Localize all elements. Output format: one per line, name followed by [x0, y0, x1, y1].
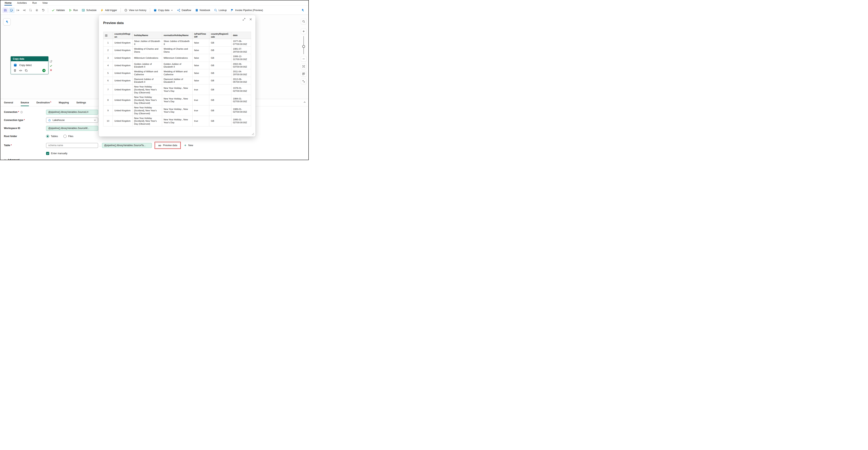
new-label: New [188, 144, 193, 147]
table-cell: true [193, 95, 209, 106]
workspace-id-expression-input[interactable]: @pipeline().libraryVariables.SourceW... [46, 126, 98, 131]
table-row: 7United KingdomNew Year Holiday [Scotlan… [103, 85, 251, 95]
activity-connector-column [50, 60, 52, 71]
tab-mapping[interactable]: Mapping [59, 99, 69, 106]
menu-run[interactable]: Run [30, 1, 39, 5]
tab-source[interactable]: Source [21, 99, 29, 106]
row-number: 4 [103, 62, 113, 69]
table-cell: false [193, 54, 209, 62]
table-cell: true [193, 85, 209, 95]
notebook-button[interactable]: Notebook [193, 7, 212, 13]
preview-data-button[interactable]: Preview data [155, 143, 180, 148]
table-cell: Wedding of William and Catherine [132, 69, 162, 77]
on-fail-handle[interactable] [50, 69, 52, 71]
table-cell: 1981-07-29T00:00:00Z [231, 47, 251, 54]
copilot-button[interactable] [300, 7, 306, 13]
multi-select-button[interactable] [28, 7, 33, 13]
canvas-copilot-button[interactable] [3, 18, 11, 25]
table-cell: New Year Holiday [Scotland], New Year's … [132, 116, 162, 126]
workspace-id-label: Workspace ID [4, 127, 46, 129]
save-icon [4, 9, 7, 12]
tab-general[interactable]: General [4, 99, 13, 106]
check-icon [50, 64, 52, 67]
table-cell: New Year Holiday , New Year's Day [162, 116, 193, 126]
view-run-history-label: View run history [129, 9, 146, 11]
invoke-pipeline-button[interactable]: Invoke Pipeline (Preview) [229, 7, 265, 13]
code-view-button[interactable]: </> [19, 69, 22, 72]
multi-select-icon [29, 9, 32, 12]
collapse-panel-button[interactable] [303, 101, 306, 103]
tab-settings[interactable]: Settings [76, 99, 86, 106]
connection-type-dropdown[interactable]: Lakehouse [46, 118, 98, 123]
save-as-button[interactable] [9, 7, 14, 13]
table-row: 5United KingdomWedding of William and Ca… [103, 69, 251, 77]
table-cell: true [193, 106, 209, 116]
root-folder-label: Root folder [4, 135, 46, 138]
auto-align-button[interactable] [301, 71, 306, 77]
radio-unselected-icon [63, 135, 67, 138]
advanced-expander[interactable]: Advanced [4, 158, 305, 160]
on-skip-handle[interactable] [50, 60, 52, 63]
add-trigger-button[interactable]: Add trigger [99, 7, 119, 13]
copy-data-label: Copy data [158, 9, 169, 11]
settings-button[interactable] [34, 7, 40, 13]
schedule-button[interactable]: Schedule [80, 7, 98, 13]
root-folder-radio-group: Tables Files [46, 135, 73, 138]
table-cell: United Kingdom [113, 47, 132, 54]
table-expression-input[interactable]: @pipeline().libraryVariables.SourceTa... [102, 143, 152, 148]
menu-home[interactable]: Home [2, 1, 14, 5]
copy-data-button[interactable]: Copy data [152, 7, 175, 13]
table-cell: New Year Holiday , New Year's Day [162, 95, 193, 106]
zoom-to-fit-button[interactable] [301, 64, 306, 69]
table-cell: New Year Holiday [Scotland], New Year's … [132, 85, 162, 95]
dialog-resize-handle[interactable] [251, 132, 254, 135]
enter-manually-option[interactable]: Enter manually [46, 152, 305, 155]
table-row: 2United KingdomWedding of Charles and Di… [103, 47, 251, 54]
next-activity-handle[interactable] [42, 69, 46, 72]
zoom-out-button[interactable] [301, 56, 306, 62]
close-dialog-button[interactable] [249, 18, 252, 21]
canvas-search-button[interactable] [301, 19, 306, 24]
dataflow-icon [177, 9, 180, 12]
connection-expression-input[interactable]: @pipeline().libraryVariables.SourceLH [46, 110, 98, 115]
tab-destination[interactable]: Destination1 [36, 99, 51, 106]
radio-tables[interactable]: Tables [46, 135, 58, 138]
zoom-in-button[interactable] [301, 29, 306, 34]
radio-files[interactable]: Files [63, 135, 73, 138]
table-cell: Millennium Celebrations [132, 54, 162, 62]
table-cell: United Kingdom [113, 54, 132, 62]
zoom-slider-handle[interactable] [302, 45, 305, 48]
preview-data-highlight-box: Preview data [155, 142, 181, 149]
menu-view[interactable]: View [39, 1, 51, 5]
export-button[interactable] [15, 7, 21, 13]
save-button[interactable] [2, 7, 8, 13]
radio-selected-icon [46, 135, 49, 138]
table-cell: Golden Jubilee of Elizabeth II [162, 62, 193, 69]
copy-data-activity-card[interactable]: Copy data Copy data1 </> [11, 56, 49, 74]
database-icon [13, 63, 17, 67]
schedule-label: Schedule [86, 9, 96, 11]
save-edit-icon [10, 9, 13, 12]
menu-activities[interactable]: Activities [14, 1, 30, 5]
on-success-handle[interactable] [50, 64, 52, 67]
zoom-slider[interactable] [301, 36, 306, 54]
table-cell: Wedding of William and Catherine [162, 69, 193, 77]
duplicate-activity-button[interactable] [25, 69, 28, 72]
expand-dialog-button[interactable] [242, 18, 246, 21]
run-button[interactable]: Run [67, 7, 80, 13]
connection-type-label: Connection type* [4, 119, 46, 121]
new-table-button[interactable]: New [184, 144, 193, 147]
copilot-icon [5, 20, 8, 24]
collapse-canvas-button[interactable] [301, 79, 306, 84]
column-header: date [231, 32, 251, 39]
schema-name-input[interactable] [46, 143, 98, 148]
table-row: 1United KingdomSilver Jubilee of Elizabe… [103, 39, 251, 47]
lookup-button[interactable]: Lookup [212, 7, 228, 13]
import-button[interactable] [21, 7, 27, 13]
validate-button[interactable]: Validate [50, 7, 67, 13]
undo-button[interactable] [40, 7, 46, 13]
view-run-history-button[interactable]: View run history [122, 7, 148, 13]
dataflow-button[interactable]: Dataflow [175, 7, 193, 13]
delete-activity-button[interactable] [13, 69, 17, 72]
search-icon [302, 20, 305, 23]
